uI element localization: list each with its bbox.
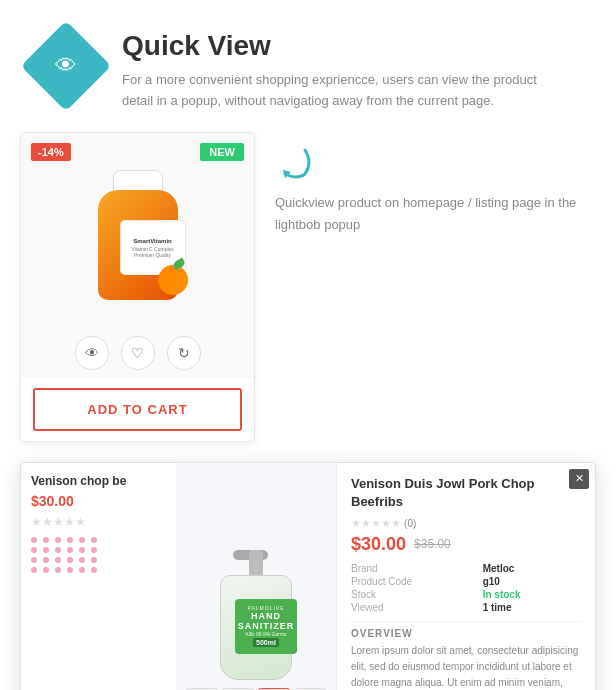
popup-price-row: $30.00 $35.00: [351, 534, 581, 555]
quickview-icon-button[interactable]: 👁: [75, 336, 109, 370]
right-description: Quickview product on homepage / listing …: [275, 132, 596, 236]
header-text: Quick View For a more convenient shoppin…: [122, 30, 542, 112]
popup-mini-price: $30.00: [31, 493, 166, 509]
popup-mini-card: Venison chop be $30.00 ★★★★★: [21, 463, 176, 690]
code-label: Product Code: [351, 576, 473, 587]
popup-mini-title: Venison chop be: [31, 473, 166, 490]
page-description: For a more convenient shopping expriencc…: [122, 70, 542, 112]
popup-mini-stars: ★★★★★: [31, 515, 166, 529]
viewed-value: 1 time: [483, 602, 581, 613]
arrow-icon: [275, 142, 315, 182]
product-image-area: -14% NEW SmartVitamin Vitamin C Complex …: [21, 133, 254, 328]
popup-price: $30.00: [351, 534, 406, 555]
wishlist-icon-button[interactable]: ♡: [121, 336, 155, 370]
code-value: g10: [483, 576, 581, 587]
eye-icon: 👁: [55, 53, 77, 79]
popup-meta: Brand Metloc Product Code g10 Stock In s…: [351, 563, 581, 613]
popup-product-image: PALMOLIVE HAND SANITIZER Kills 99.9% Ger…: [211, 550, 301, 680]
product-card: -14% NEW SmartVitamin Vitamin C Complex …: [20, 132, 255, 442]
action-icons: 👁 ♡ ↻: [21, 328, 254, 378]
quickview-description: Quickview product on homepage / listing …: [275, 192, 596, 236]
popup-product-name: Venison Duis Jowl Pork Chop Beefribs: [351, 475, 581, 511]
stock-value: In stock: [483, 589, 581, 600]
product-image: SmartVitamin Vitamin C Complex Premium Q…: [83, 160, 193, 300]
add-to-cart-button[interactable]: ADD TO CART: [33, 388, 242, 431]
compare-icon-button[interactable]: ↻: [167, 336, 201, 370]
discount-badge: -14%: [31, 143, 71, 161]
stock-label: Stock: [351, 589, 473, 600]
popup-image-area: PALMOLIVE HAND SANITIZER Kills 99.9% Ger…: [176, 463, 336, 690]
brand-value: Metloc: [483, 563, 581, 574]
popup-rating: ★★★★★ (0): [351, 517, 581, 530]
dots-decoration: [31, 537, 166, 573]
popup-rating-count: (0): [404, 518, 416, 529]
new-badge: NEW: [200, 143, 244, 161]
page-title: Quick View: [122, 30, 542, 62]
brand-label: Brand: [351, 563, 473, 574]
main-content: -14% NEW SmartVitamin Vitamin C Complex …: [0, 132, 616, 462]
popup-overlay: ✕ Venison chop be $30.00 ★★★★★ PALMOLIVE…: [20, 462, 596, 690]
popup-old-price: $35.00: [414, 537, 451, 551]
header-section: 👁 Quick View For a more convenient shopp…: [0, 0, 616, 132]
overview-label: OVERVIEW: [351, 628, 581, 639]
popup-close-button[interactable]: ✕: [569, 469, 589, 489]
viewed-label: Viewed: [351, 602, 473, 613]
close-icon: ✕: [575, 472, 584, 485]
overview-text: Lorem ipsum dolor sit amet, consectetur …: [351, 643, 581, 690]
popup-detail: Venison Duis Jowl Pork Chop Beefribs ★★★…: [336, 463, 595, 690]
brand-icon: 👁: [30, 30, 102, 102]
